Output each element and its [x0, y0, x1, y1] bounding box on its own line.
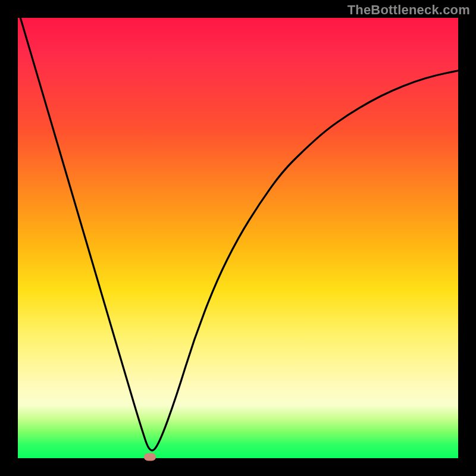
curve-path — [18, 9, 458, 450]
optimal-point-marker — [144, 453, 156, 461]
watermark-text: TheBottleneck.com — [347, 2, 470, 18]
bottleneck-curve — [18, 18, 458, 458]
chart-frame: TheBottleneck.com — [0, 0, 476, 476]
